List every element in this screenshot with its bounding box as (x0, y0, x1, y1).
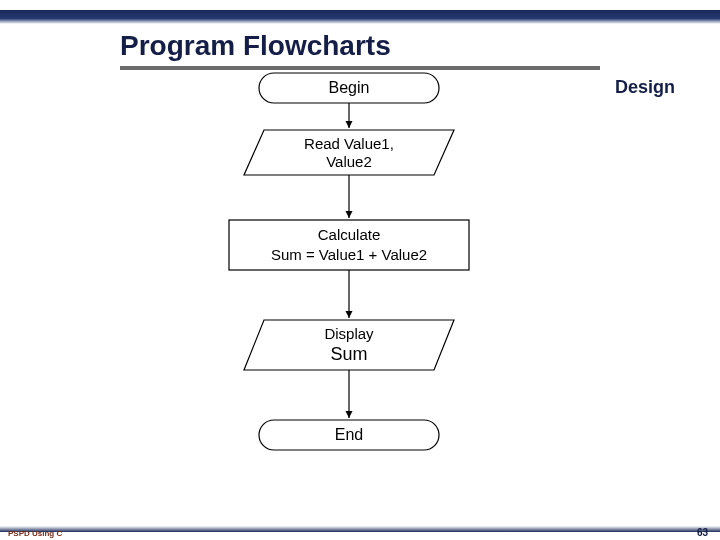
node-calc: Calculate Sum = Value1 + Value2 (229, 220, 469, 270)
node-read: Read Value1, Value2 (244, 130, 454, 175)
flowchart-svg: Begin Read Value1, Value2 Calculate Sum … (0, 0, 720, 540)
page-number: 63 (697, 527, 708, 538)
node-read-line1: Read Value1, (304, 135, 394, 152)
node-begin-label: Begin (329, 79, 370, 96)
footer-bar (0, 526, 720, 532)
node-read-line2: Value2 (326, 153, 372, 170)
node-display-line2: Sum (330, 344, 367, 364)
node-end: End (259, 420, 439, 450)
node-display: Display Sum (244, 320, 454, 370)
node-calc-line1: Calculate (318, 226, 381, 243)
node-calc-line2: Sum = Value1 + Value2 (271, 246, 427, 263)
footer-left: PSPD Using C (8, 529, 62, 538)
node-end-label: End (335, 426, 363, 443)
node-display-line1: Display (324, 325, 374, 342)
node-begin: Begin (259, 73, 439, 103)
